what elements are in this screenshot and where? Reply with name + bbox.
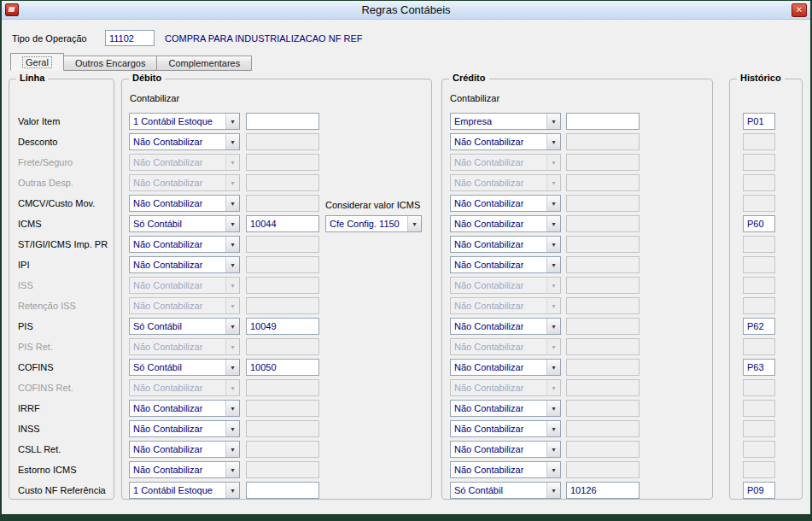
debit-contabilizar-combo-custo-nf-referencia[interactable]: 1 Contábil Estoque▾ [129,482,240,499]
debit-row-retencao-iss: Não Contabilizar▾ [122,296,431,316]
chevron-down-icon: ▾ [546,278,560,293]
row-label-st-igi-icms-imp-pr: ST/IGI/ICMS Imp. PR [18,239,108,249]
debit-contabilizar-combo-cofins[interactable]: Só Contábil▾ [129,359,240,376]
debit-account-field-valor-item[interactable] [246,113,319,130]
historico-field-cofins[interactable]: P63 [743,359,775,376]
debit-contabilizar-combo-pis-ret: Não Contabilizar▾ [129,338,240,355]
chevron-down-icon: ▾ [225,339,239,354]
credit-rows: Empresa▾Não Contabilizar▾Não Contabiliza… [442,111,712,501]
credit-contabilizar-combo-iss: Não Contabilizar▾ [450,277,561,294]
hist-row-inss [730,419,802,439]
credit-row-custo-nf-referencia: Só Contábil▾10126 [442,480,712,501]
tab-geral[interactable]: Geral [10,53,64,71]
row-label-retencao-iss: Retenção ISS [18,301,76,311]
historico-field-pis[interactable]: P62 [743,318,775,335]
debit-account-field-pis-ret [246,338,319,355]
debit-contabilizar-combo-frete-seguro: Não Contabilizar▾ [129,154,240,171]
debit-contabilizar-combo-inss[interactable]: Não Contabilizar▾ [129,420,240,437]
credit-account-field-valor-item[interactable] [566,113,640,130]
tab-complementares-label: Complementares [168,58,240,68]
chevron-down-icon: ▾ [546,237,560,252]
tab-outros-encargos[interactable]: Outros Encargos [64,56,158,71]
credit-account-field-desconto [566,133,640,150]
credit-row-retencao-iss: Não Contabilizar▾ [442,296,712,316]
group-historico-label: Histórico [737,73,785,83]
debit-contabilizar-combo-valor-item[interactable]: 1 Contábil Estoque▾ [129,113,240,130]
credit-row-cofins: Não Contabilizar▾ [442,357,712,378]
debit-contabilizar-combo-irrf[interactable]: Não Contabilizar▾ [129,400,240,417]
debit-contabilizar-value: Não Contabilizar [133,178,202,188]
credit-contabilizar-combo-cofins[interactable]: Não Contabilizar▾ [450,359,561,376]
chevron-down-icon: ▾ [407,216,421,231]
debit-row-ipi: Não Contabilizar▾ [122,255,431,275]
historico-field-custo-nf-referencia[interactable]: P09 [743,482,775,499]
historico-field-valor-item[interactable]: P01 [743,113,775,130]
chevron-down-icon: ▾ [225,380,239,395]
debit-account-field-st-igi-icms-imp-pr [246,236,319,253]
debit-contabilizar-combo-icms[interactable]: Só Contábil▾ [129,215,240,232]
credit-contabilizar-value: Não Contabilizar [454,157,523,167]
chevron-down-icon: ▾ [225,298,239,313]
credit-row-iss: Não Contabilizar▾ [442,275,712,296]
credit-row-outras-desp: Não Contabilizar▾ [442,173,712,193]
tab-complementares[interactable]: Complementares [157,56,252,71]
credit-contabilizar-combo-irrf[interactable]: Não Contabilizar▾ [450,400,561,417]
credit-contabilizar-combo-pis[interactable]: Não Contabilizar▾ [450,318,561,335]
operation-code-field[interactable]: 11102 [105,30,155,46]
debit-contabilizar-combo-pis[interactable]: Só Contábil▾ [129,318,240,335]
debit-account-field-csll-ret [246,441,319,458]
credit-contabilizar-combo-desconto[interactable]: Não Contabilizar▾ [450,133,561,150]
credit-row-cofins-ret: Não Contabilizar▾ [442,378,712,398]
close-button[interactable]: ✕ [792,3,807,17]
credit-row-pis: Não Contabilizar▾ [442,316,712,337]
debit-account-field-custo-nf-referencia[interactable] [246,482,319,499]
credit-contabilizar-combo-csll-ret[interactable]: Não Contabilizar▾ [450,441,561,458]
credit-contabilizar-combo-ipi[interactable]: Não Contabilizar▾ [450,256,561,273]
debit-contabilizar-combo-ipi[interactable]: Não Contabilizar▾ [129,256,240,273]
credit-account-field-csll-ret [566,441,640,458]
row-label-pis: PIS [18,321,33,331]
debit-rows: 1 Contábil Estoque▾Não Contabilizar▾Não … [122,111,431,501]
linha-row-pis: PIS [9,316,114,337]
icms-config-combo[interactable]: Cfe Config. 1150 ▾ [325,215,422,232]
credit-account-field-iss [566,277,640,294]
debit-account-field-cofins[interactable]: 10050 [246,359,319,376]
hist-row-iss [730,275,802,296]
debit-contabilizar-combo-st-igi-icms-imp-pr[interactable]: Não Contabilizar▾ [129,236,240,253]
debit-contabilizar-combo-cmcv-custo-mov[interactable]: Não Contabilizar▾ [129,195,240,212]
historico-field-icms[interactable]: P60 [743,215,775,232]
credit-contabilizar-combo-inss[interactable]: Não Contabilizar▾ [450,420,561,437]
debit-contabilizar-combo-desconto[interactable]: Não Contabilizar▾ [129,133,240,150]
credit-contabilizar-combo-st-igi-icms-imp-pr[interactable]: Não Contabilizar▾ [450,236,561,253]
credit-contabilizar-combo-valor-item[interactable]: Empresa▾ [450,113,561,130]
credit-account-field-custo-nf-referencia[interactable]: 10126 [566,482,640,499]
credit-contabilizar-combo-estorno-icms[interactable]: Não Contabilizar▾ [450,461,561,478]
chevron-down-icon: ▾ [546,401,560,416]
debit-account-field-icms[interactable]: 10044 [246,215,319,232]
debit-contabilizar-value: 1 Contábil Estoque [133,485,213,495]
debit-account-field-cmcv-custo-mov [246,195,319,212]
tab-geral-label: Geral [22,56,52,68]
debit-contabilizar-combo-outras-desp: Não Contabilizar▾ [129,174,240,191]
debit-contabilizar-combo-estorno-icms[interactable]: Não Contabilizar▾ [129,461,240,478]
debit-account-field-retencao-iss [246,297,319,314]
debit-account-field-pis[interactable]: 10049 [246,318,319,335]
credit-account-field-cofins [566,359,640,376]
credit-contabilizar-combo-custo-nf-referencia[interactable]: Só Contábil▾ [450,482,561,499]
row-label-pis-ret: PIS Ret. [18,342,53,352]
credit-contabilizar-value: Empresa [454,116,492,126]
chevron-down-icon: ▾ [225,401,239,416]
group-credito-label: Crédito [449,73,489,83]
chevron-down-icon: ▾ [225,155,239,170]
credit-contabilizar-combo-cmcv-custo-mov[interactable]: Não Contabilizar▾ [450,195,561,212]
credit-row-valor-item: Empresa▾ [442,111,712,132]
credit-contabilizar-combo-icms[interactable]: Não Contabilizar▾ [450,215,561,232]
debit-contabilizar-combo-csll-ret[interactable]: Não Contabilizar▾ [129,441,240,458]
hist-row-retencao-iss [730,296,802,316]
debit-contabilizar-value: Só Contábil [133,362,182,372]
chevron-down-icon: ▾ [225,237,239,252]
credit-contabilizar-value: Não Contabilizar [454,198,523,208]
group-debito-label: Débito [129,73,165,83]
debit-contabilizar-combo-retencao-iss: Não Contabilizar▾ [129,297,240,314]
row-label-custo-nf-referencia: Custo NF Referência [18,485,106,495]
